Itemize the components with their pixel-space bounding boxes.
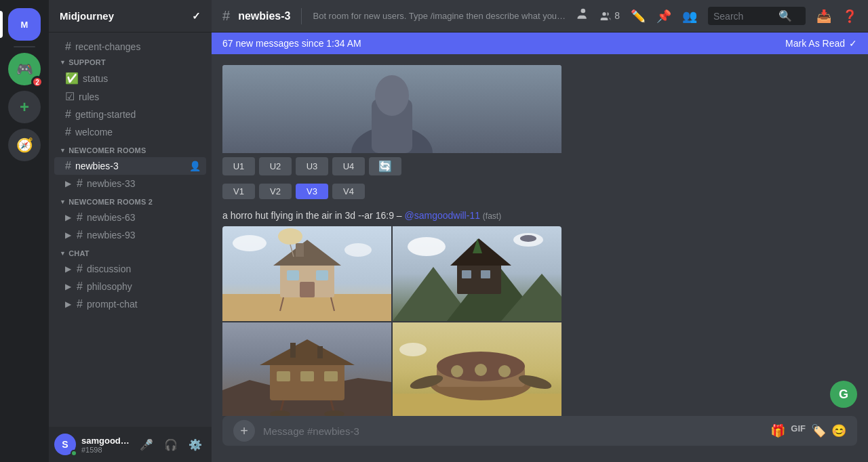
edit-icon[interactable]: ✏️ [631,9,646,24]
hash-icon: # [65,41,71,53]
u3-button-1[interactable]: U3 [296,157,328,175]
category-newcomer-rooms-2: ▼ NEWCOMER ROOMS 2 ▶ # newbies-63 ▶ # ne… [49,195,212,244]
gif-button[interactable]: GIF [791,423,806,438]
svg-rect-7 [222,294,391,321]
channel-name-status: status [83,73,201,84]
messages-area[interactable]: U1 U2 U3 U4 🔄 V1 V2 V3 V4 [212,54,868,416]
hash-icon-7: # [77,229,83,241]
floating-avatar: G [830,381,857,408]
v4-button-1[interactable]: V4 [332,184,365,199]
server-header[interactable]: Midjourney ✓ [49,0,212,33]
channel-name-newbies-63: newbies-63 [87,212,201,223]
channel-item-discussion[interactable]: ▶ # discussion [54,260,206,278]
category-header-chat[interactable]: ▼ CHAT [49,247,212,260]
svg-point-50 [451,365,463,377]
expand-icon-3: ▶ [65,230,71,240]
category-header-newcomer-rooms[interactable]: ▼ NEWCOMER ROOMS [49,144,212,157]
message-tag: (fast) [483,211,501,221]
gift-icon[interactable]: 🎁 [770,423,785,438]
user-controls: 🎤 🎧 ⚙️ [136,434,206,455]
add-attachment-button[interactable]: + [233,420,255,442]
sticker-icon[interactable]: 🏷️ [811,423,826,438]
user-discriminator: #1598 [81,446,130,454]
u4-button-1[interactable]: U4 [332,157,365,175]
ai-image-grid [222,226,561,416]
svg-rect-27 [462,270,471,278]
header-actions: 8 ✏️ 📌 👥 🔍 📥 ❓ [576,7,857,25]
channel-item-getting-started[interactable]: # getting-started [54,106,206,123]
channel-item-newbies-3[interactable]: # newbies-3 👤 [54,157,206,175]
inbox-icon[interactable]: 📥 [816,9,831,24]
add-members-icon[interactable]: 👥 [682,9,697,24]
category-label-chat: CHAT [68,249,90,257]
u2-button-1[interactable]: U2 [259,157,292,175]
pin-icon[interactable]: 📌 [656,9,671,24]
channel-description: Bot room for new users. Type /imagine th… [313,11,567,21]
other-server-emoji: 🎮 [16,61,33,77]
user-area: S samgoodw... #1598 🎤 🎧 ⚙️ [49,427,212,462]
header-divider [301,8,302,24]
discover-servers-button[interactable]: 🧭 [8,129,41,161]
channel-name-prompt-chat: prompt-chat [87,299,201,310]
category-header-newcomer-rooms-2[interactable]: ▼ NEWCOMER ROOMS 2 [49,195,212,209]
channel-item-prompt-chat[interactable]: ▶ # prompt-chat [54,295,206,313]
messages-content: U1 U2 U3 U4 🔄 V1 V2 V3 V4 [212,54,868,416]
image-cell-3 [222,322,391,416]
channel-header: # newbies-3 Bot room for new users. Type… [212,0,868,33]
channel-item-rules[interactable]: ☑ rules [54,87,206,106]
svg-rect-12 [316,270,328,280]
channel-item-status[interactable]: ✅ status [54,69,206,87]
svg-point-18 [233,235,267,251]
channel-item-philosophy[interactable]: ▶ # philosophy [54,278,206,295]
message-input[interactable] [263,425,762,437]
channel-header-name: newbies-3 [238,10,290,22]
svg-point-52 [498,365,511,377]
hash-icon-3: # [65,126,71,138]
collapse-icon-4: ▼ [60,250,66,257]
channel-name-newbies-93: newbies-93 [87,230,201,240]
category-label-newcomer2: NEWCOMER ROOMS 2 [68,198,153,206]
category-header-support[interactable]: ▼ SUPPORT [49,56,212,69]
server-icon-other[interactable]: 🎮 2 [8,53,41,85]
u1-button-1[interactable]: U1 [222,157,255,175]
hash-icon-8: # [77,263,83,275]
channel-item-newbies-33[interactable]: ▶ # newbies-33 [54,175,206,192]
refresh-button-1[interactable]: 🔄 [369,157,401,175]
active-indicator [0,11,3,38]
house-image-1 [222,226,391,321]
channel-item-newbies-63[interactable]: ▶ # newbies-63 [54,209,206,226]
members-icon[interactable] [576,7,589,24]
mark-as-read-button[interactable]: Mark As Read ✓ [785,38,857,49]
buttons-row-1a: U1 U2 U3 U4 🔄 [222,153,857,180]
floating-avatar-letter: G [839,387,848,402]
expand-icon-5: ▶ [65,282,71,291]
mark-read-label: Mark As Read [785,38,845,49]
server-icon-label: M [21,20,28,30]
emoji-icon[interactable]: 😊 [831,423,846,438]
headphone-button[interactable]: 🎧 [160,434,182,455]
search-box[interactable]: 🔍 [708,7,806,25]
member-count: 8 [600,10,620,22]
v1-button-1[interactable]: V1 [222,184,255,199]
search-input[interactable] [713,11,774,22]
channel-item-welcome[interactable]: # welcome [54,123,206,141]
microphone-button[interactable]: 🎤 [136,434,157,455]
user-icon: 👤 [189,161,201,171]
search-icon: 🔍 [778,9,792,22]
server-icon-midjourney[interactable]: M [8,8,41,41]
channel-item-recent-changes[interactable]: # recent-changes [54,38,206,56]
house-image-4 [393,322,561,416]
add-server-button[interactable]: + [8,91,41,123]
v2-button-1[interactable]: V2 [259,184,292,199]
v3-button-1[interactable]: V3 [296,184,328,199]
channel-item-newbies-93[interactable]: ▶ # newbies-93 [54,226,206,244]
svg-point-19 [344,243,372,257]
status-dot [71,450,77,457]
expand-icon-2: ▶ [65,213,71,222]
hash-icon-10: # [77,298,83,310]
svg-rect-38 [277,371,290,381]
chevron-down-icon: ✓ [192,10,201,22]
help-icon[interactable]: ❓ [842,9,857,24]
settings-button[interactable]: ⚙️ [184,434,206,455]
svg-rect-13 [300,282,315,297]
